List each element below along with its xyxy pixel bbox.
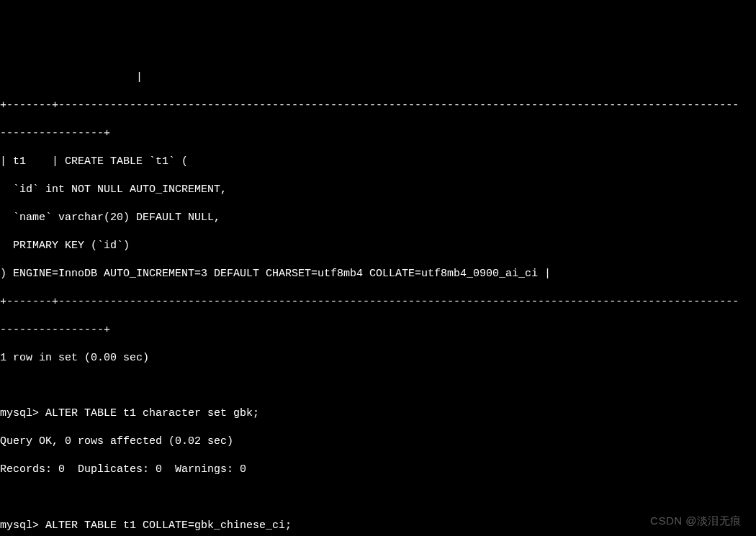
output-line: +-------+-------------------------------… bbox=[0, 99, 756, 113]
output-line: ----------------+ bbox=[0, 127, 756, 141]
prompt-line: mysql> ALTER TABLE t1 character set gbk; bbox=[0, 406, 756, 421]
output-line: 1 row in set (0.00 sec) bbox=[0, 351, 756, 365]
output-line: Records: 0 Duplicates: 0 Warnings: 0 bbox=[0, 463, 756, 477]
output-line bbox=[0, 491, 756, 504]
prompt-line: mysql> ALTER TABLE t1 COLLATE=gbk_chines… bbox=[0, 519, 756, 533]
watermark: CSDN @淡泪无痕 bbox=[650, 514, 742, 528]
output-line: +-------+-------------------------------… bbox=[0, 295, 756, 309]
output-line: PRIMARY KEY (`id`) bbox=[0, 239, 756, 253]
output-line: | t1 | CREATE TABLE `t1` ( bbox=[0, 155, 756, 169]
output-line bbox=[0, 379, 756, 393]
output-line: `id` int NOT NULL AUTO_INCREMENT, bbox=[0, 183, 756, 197]
terminal-output: | +-------+-----------------------------… bbox=[0, 56, 756, 536]
output-line: ----------------+ bbox=[0, 323, 756, 337]
output-line: ) ENGINE=InnoDB AUTO_INCREMENT=3 DEFAULT… bbox=[0, 267, 756, 281]
output-line: Query OK, 0 rows affected (0.02 sec) bbox=[0, 435, 756, 449]
output-line: `name` varchar(20) DEFAULT NULL, bbox=[0, 211, 756, 225]
output-line: | bbox=[0, 71, 756, 85]
